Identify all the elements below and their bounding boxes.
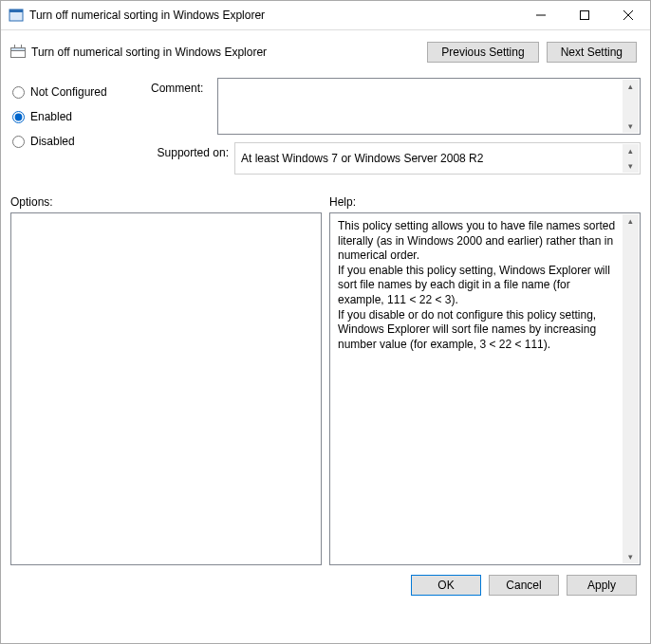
radio-disabled-input[interactable] xyxy=(12,136,25,148)
help-text: This policy setting allows you to have f… xyxy=(338,219,617,352)
supported-scrollbar: ▴ ▾ xyxy=(623,144,639,173)
radio-disabled[interactable]: Disabled xyxy=(10,129,151,154)
scroll-up-icon: ▴ xyxy=(628,144,633,157)
maximize-button[interactable] xyxy=(563,1,606,29)
heading-row: Turn off numerical sorting in Windows Ex… xyxy=(10,36,641,68)
minimize-button[interactable] xyxy=(519,1,563,29)
comment-scrollbar[interactable]: ▴ ▾ xyxy=(623,80,639,133)
svg-rect-9 xyxy=(21,45,22,48)
svg-rect-7 xyxy=(11,48,26,51)
radio-not-configured-label: Not Configured xyxy=(30,85,107,99)
radio-enabled-input[interactable] xyxy=(12,111,25,123)
options-label: Options: xyxy=(10,195,322,209)
radio-enabled-label: Enabled xyxy=(30,110,72,123)
scroll-down-icon: ▾ xyxy=(628,159,633,173)
scroll-down-icon: ▾ xyxy=(628,550,633,563)
svg-rect-1 xyxy=(9,9,23,12)
radio-not-configured-input[interactable] xyxy=(12,86,25,99)
heading-title: Turn off numerical sorting in Windows Ex… xyxy=(31,46,427,59)
apply-button[interactable]: Apply xyxy=(567,575,637,596)
gpedit-icon xyxy=(9,8,24,23)
window-controls xyxy=(519,1,650,29)
dialog-button-row: OK Cancel Apply xyxy=(10,565,641,596)
svg-rect-3 xyxy=(581,11,589,20)
comment-textbox[interactable]: ▴ ▾ xyxy=(217,78,641,135)
close-button[interactable] xyxy=(606,1,650,29)
radio-not-configured[interactable]: Not Configured xyxy=(10,80,151,104)
radio-enabled[interactable]: Enabled xyxy=(10,104,151,129)
help-label: Help: xyxy=(329,195,356,209)
supported-label: Supported on: xyxy=(151,142,234,175)
cancel-button[interactable]: Cancel xyxy=(489,575,559,596)
supported-on-box: At least Windows 7 or Windows Server 200… xyxy=(234,142,641,175)
scroll-up-icon: ▴ xyxy=(628,80,633,93)
scroll-down-icon: ▾ xyxy=(628,120,633,133)
previous-setting-button[interactable]: Previous Setting xyxy=(427,42,538,63)
help-pane: This policy setting allows you to have f… xyxy=(329,212,641,565)
svg-rect-8 xyxy=(14,45,15,48)
supported-on-value: At least Windows 7 or Windows Server 200… xyxy=(241,152,483,165)
radio-disabled-label: Disabled xyxy=(30,135,75,148)
setting-icon xyxy=(10,45,26,60)
options-pane xyxy=(10,212,322,565)
window-title: Turn off numerical sorting in Windows Ex… xyxy=(29,9,519,22)
scroll-up-icon: ▴ xyxy=(628,214,633,228)
help-scrollbar[interactable]: ▴ ▾ xyxy=(623,214,639,563)
next-setting-button[interactable]: Next Setting xyxy=(547,42,637,63)
state-radio-group: Not Configured Enabled Disabled xyxy=(10,78,151,182)
comment-label: Comment: xyxy=(151,78,217,135)
titlebar: Turn off numerical sorting in Windows Ex… xyxy=(1,1,650,30)
ok-button[interactable]: OK xyxy=(411,575,481,596)
